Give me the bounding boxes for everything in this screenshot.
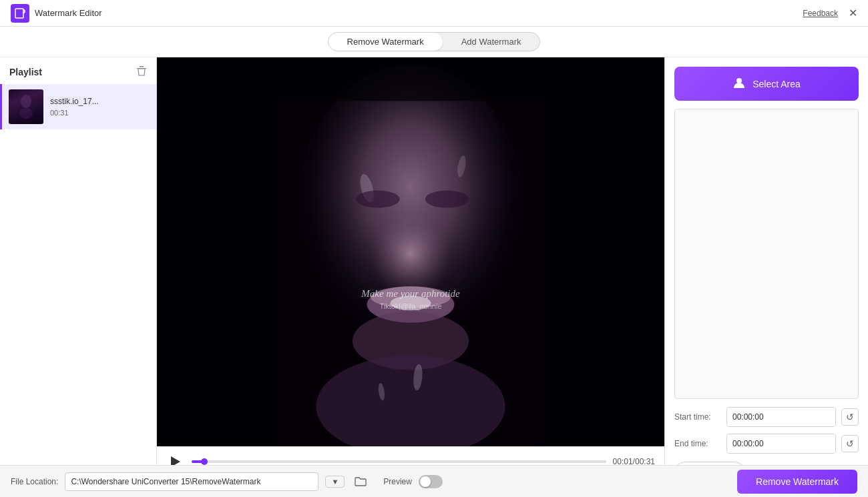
playlist-item[interactable]: ssstik.io_17... 00:31 [0, 84, 156, 129]
svg-rect-15 [157, 57, 280, 446]
video-area: Make me your aphrotide Tiktok|@ila_nonni… [157, 57, 664, 446]
thumbnail-image [9, 89, 43, 124]
file-location-dropdown[interactable]: ▼ [325, 476, 345, 488]
file-location-input[interactable] [65, 472, 318, 491]
svg-rect-16 [541, 57, 664, 446]
svg-point-22 [356, 190, 399, 207]
svg-point-25 [736, 78, 742, 83]
bottom-bar: File Location: ▼ Preview Remove Watermar… [0, 465, 868, 497]
time-controls: Start time: ▲ ▼ ↺ End time: ▲ ▼ [674, 407, 859, 454]
logo-area: Watermark Editor [11, 4, 102, 23]
end-time-reset[interactable]: ↺ [841, 435, 859, 452]
start-time-label: Start time: [674, 412, 721, 422]
playlist-item-info: ssstik.io_17... 00:31 [50, 97, 99, 117]
file-location-label: File Location: [11, 477, 58, 486]
progress-dot [201, 458, 208, 465]
svg-point-10 [371, 210, 451, 298]
playlist-item-name: ssstik.io_17... [50, 97, 99, 106]
svg-point-23 [425, 190, 469, 207]
delete-playlist-icon[interactable] [136, 65, 147, 79]
select-area-button[interactable]: Select Area [674, 67, 859, 101]
tab-add-watermark[interactable]: Add Watermark [443, 33, 540, 51]
end-time-row: End time: ▲ ▼ ↺ [674, 434, 859, 454]
toggle-knob [420, 476, 431, 487]
start-time-reset[interactable]: ↺ [841, 408, 859, 426]
end-time-input[interactable] [727, 434, 836, 453]
watermark-main-text: Make me your aphrotide [361, 288, 459, 300]
close-button[interactable]: ✕ [849, 8, 857, 19]
tab-bar: Remove Watermark Add Watermark [0, 27, 868, 57]
tab-group: Remove Watermark Add Watermark [328, 32, 541, 51]
start-time-input-wrap: ▲ ▼ [726, 407, 836, 427]
svg-rect-4 [137, 68, 146, 69]
remove-watermark-button[interactable]: Remove Watermark [737, 470, 857, 494]
svg-rect-5 [140, 66, 144, 67]
playlist-title: Playlist [9, 67, 42, 77]
watermark-sub-text: Tiktok|@ila_nonnie [361, 302, 459, 310]
svg-rect-17 [157, 57, 664, 101]
right-panel: Select Area Start time: ▲ ▼ ↺ End time: [664, 57, 868, 493]
preview-label: Preview [383, 477, 412, 486]
svg-point-7 [19, 108, 33, 119]
playlist-header: Playlist [0, 57, 156, 84]
face-svg [157, 57, 664, 446]
select-area-label: Select Area [752, 79, 801, 89]
app-logo-icon [11, 4, 29, 23]
start-time-input[interactable] [727, 408, 836, 426]
end-time-input-wrap: ▲ ▼ [726, 434, 836, 454]
feedback-link[interactable]: Feedback [803, 9, 838, 18]
select-area-icon [732, 76, 746, 91]
tab-remove-watermark[interactable]: Remove Watermark [329, 33, 443, 51]
preview-toggle[interactable] [419, 475, 443, 488]
left-panel: Playlist ssstik.io_17... [0, 57, 157, 493]
start-time-row: Start time: ▲ ▼ ↺ [674, 407, 859, 427]
svg-rect-0 [15, 9, 23, 18]
watermark-overlay: Make me your aphrotide Tiktok|@ila_nonni… [361, 288, 459, 310]
area-preview-box [674, 109, 859, 399]
title-bar: Watermark Editor Feedback ✕ [0, 0, 868, 27]
main-content: Playlist ssstik.io_17... [0, 57, 868, 493]
end-time-label: End time: [674, 439, 721, 448]
svg-point-6 [21, 95, 31, 108]
folder-icon[interactable] [351, 472, 370, 491]
playlist-thumbnail [9, 89, 43, 124]
center-panel: Make me your aphrotide Tiktok|@ila_nonni… [157, 57, 664, 493]
item-count-area [0, 129, 156, 137]
video-frame: Make me your aphrotide Tiktok|@ila_nonni… [157, 57, 664, 446]
progress-bar[interactable] [192, 460, 606, 463]
title-bar-actions: Feedback ✕ [803, 8, 857, 19]
playlist-item-duration: 00:31 [50, 109, 99, 117]
app-title: Watermark Editor [35, 8, 102, 18]
